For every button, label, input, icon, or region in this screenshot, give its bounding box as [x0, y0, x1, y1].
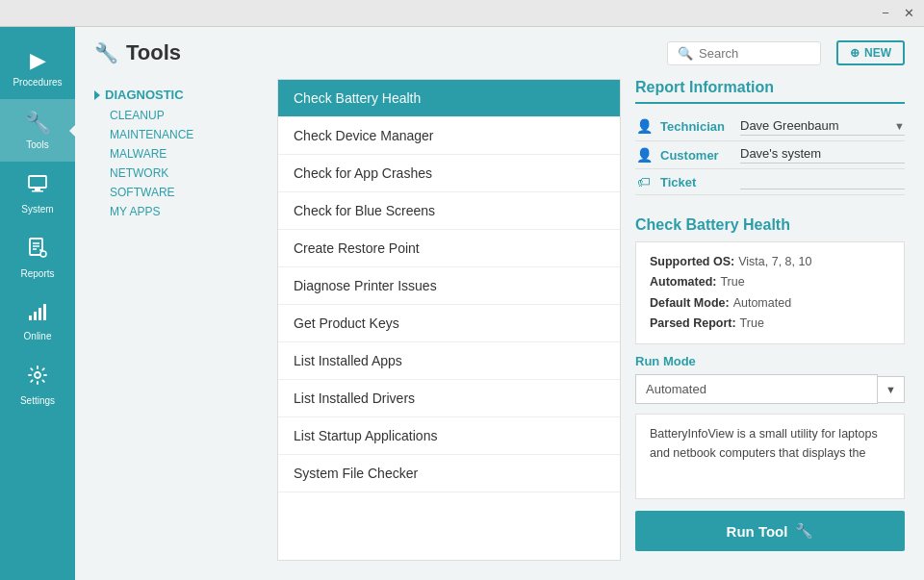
- nav-sub-item-cleanup[interactable]: CLEANUP: [94, 106, 263, 125]
- tool-item-check-device-manager[interactable]: Check Device Manager: [278, 117, 620, 155]
- mode-select-arrow-icon[interactable]: ▼: [878, 376, 905, 403]
- technician-label: Technician: [660, 119, 732, 134]
- tool-item-system-file-checker[interactable]: System File Checker: [278, 455, 620, 492]
- procedures-icon: ▶: [30, 48, 46, 73]
- sidebar-label-online: Online: [24, 331, 52, 341]
- title-bar: − ✕: [0, 0, 924, 27]
- main-panels: DIAGNOSTIC CLEANUP MAINTENANCE MALWARE N…: [75, 79, 924, 580]
- search-bar: 🔍: [667, 41, 821, 65]
- nav-sub-item-maintenance[interactable]: MAINTENANCE: [94, 125, 263, 144]
- tool-item-check-app-crashes[interactable]: Check for App Crashes: [278, 155, 620, 192]
- wrench-icon: 🔧: [94, 41, 118, 64]
- page-title: 🔧 Tools: [94, 40, 181, 65]
- sidebar-label-tools: Tools: [26, 139, 48, 150]
- sidebar-item-tools[interactable]: 🔧 Tools: [0, 99, 75, 162]
- technician-value: Dave Greenbaum: [740, 118, 894, 133]
- nav-sub-item-malware[interactable]: MALWARE: [94, 144, 263, 164]
- svg-rect-0: [29, 176, 46, 188]
- sidebar-item-system[interactable]: System: [0, 162, 75, 226]
- tool-list-container: Check Battery Health Check Device Manage…: [277, 79, 621, 561]
- tool-item-check-blue-screens[interactable]: Check for Blue Screens: [278, 192, 620, 230]
- svg-rect-1: [35, 189, 40, 190]
- ticket-icon: 🏷: [635, 174, 653, 189]
- customer-icon: 👤: [635, 147, 653, 163]
- search-icon: 🔍: [678, 46, 693, 61]
- nav-sub-item-software[interactable]: SOFTWARE: [94, 183, 263, 202]
- sidebar: ▶ Procedures 🔧 Tools System: [0, 27, 75, 580]
- sidebar-label-system: System: [21, 204, 53, 214]
- tool-item-diagnose-printer[interactable]: Diagnose Printer Issues: [278, 267, 620, 305]
- sidebar-item-online[interactable]: Online: [0, 290, 75, 353]
- top-bar: 🔧 Tools 🔍 ⊕ NEW: [75, 27, 924, 79]
- technician-icon: 👤: [635, 118, 653, 134]
- sidebar-item-procedures[interactable]: ▶ Procedures: [0, 37, 75, 99]
- default-mode-value: Automated: [733, 293, 791, 314]
- nav-section-diagnostic: DIAGNOSTIC CLEANUP MAINTENANCE MALWARE N…: [94, 84, 263, 221]
- supported-os-value: Vista, 7, 8, 10: [738, 252, 811, 272]
- parsed-report-key: Parsed Report:: [650, 314, 736, 334]
- sidebar-label-settings: Settings: [20, 395, 55, 406]
- new-icon: ⊕: [850, 46, 860, 60]
- tool-item-list-startup-apps[interactable]: List Startup Applications: [278, 417, 620, 455]
- title-bar-buttons: − ✕: [878, 6, 916, 21]
- svg-rect-11: [43, 304, 46, 320]
- run-mode-label: Run Mode: [635, 354, 905, 368]
- tool-item-list-installed-apps[interactable]: List Installed Apps: [278, 342, 620, 380]
- settings-icon: [27, 365, 48, 391]
- mode-select[interactable]: Automated Manual: [635, 374, 878, 404]
- supported-os-key: Supported OS:: [650, 252, 734, 272]
- customer-row: 👤 Customer Dave's system: [635, 141, 905, 169]
- left-nav: DIAGNOSTIC CLEANUP MAINTENANCE MALWARE N…: [94, 79, 263, 561]
- default-mode-key: Default Mode:: [650, 293, 730, 314]
- search-input[interactable]: [699, 46, 795, 61]
- page-title-text: Tools: [126, 40, 181, 65]
- svg-point-7: [40, 251, 46, 257]
- run-tool-button[interactable]: Run Tool 🔧: [635, 511, 905, 551]
- tool-detail-info: Supported OS: Vista, 7, 8, 10 Automated:…: [635, 241, 905, 344]
- sidebar-label-reports: Reports: [20, 268, 54, 279]
- tool-item-create-restore-point[interactable]: Create Restore Point: [278, 230, 620, 267]
- tool-details-title: Check Battery Health: [635, 216, 905, 234]
- right-panel: Report Information 👤 Technician Dave Gre…: [635, 79, 905, 561]
- nav-section-label-diagnostic: DIAGNOSTIC: [105, 88, 184, 102]
- sidebar-item-settings[interactable]: Settings: [0, 353, 75, 417]
- automated-key: Automated:: [650, 272, 716, 292]
- mode-select-row: Automated Manual ▼: [635, 374, 905, 404]
- run-tool-icon: 🔧: [795, 522, 813, 540]
- svg-rect-2: [32, 190, 43, 192]
- svg-rect-8: [29, 315, 32, 320]
- content-area: 🔧 Tools 🔍 ⊕ NEW DIAGNOSTIC: [75, 27, 924, 580]
- ticket-value[interactable]: [740, 174, 905, 189]
- tools-icon: 🔧: [25, 111, 51, 136]
- nav-arrow-diagnostic: [94, 90, 100, 100]
- tool-item-check-battery-health[interactable]: Check Battery Health: [278, 80, 620, 117]
- sidebar-label-procedures: Procedures: [13, 77, 62, 88]
- nav-sub-item-network[interactable]: NETWORK: [94, 164, 263, 183]
- report-info: Report Information 👤 Technician Dave Gre…: [635, 79, 905, 207]
- report-info-title: Report Information: [635, 79, 905, 104]
- app-container: ▶ Procedures 🔧 Tools System: [0, 27, 924, 580]
- svg-rect-10: [38, 308, 41, 320]
- reports-icon: [28, 238, 47, 265]
- technician-row: 👤 Technician Dave Greenbaum ▼: [635, 112, 905, 141]
- sidebar-arrow-tools: [69, 125, 75, 137]
- tool-item-list-installed-drivers[interactable]: List Installed Drivers: [278, 380, 620, 417]
- run-tool-label: Run Tool: [727, 523, 788, 540]
- technician-dropdown-arrow[interactable]: ▼: [894, 120, 905, 132]
- tool-description: BatteryInfoView is a small utility for l…: [635, 414, 905, 499]
- ticket-label: Ticket: [660, 175, 732, 189]
- tool-list: Check Battery Health Check Device Manage…: [278, 80, 620, 560]
- minimize-button[interactable]: −: [878, 6, 893, 21]
- new-button[interactable]: ⊕ NEW: [836, 40, 905, 65]
- system-icon: [27, 173, 48, 200]
- nav-section-header-diagnostic[interactable]: DIAGNOSTIC: [94, 84, 263, 106]
- customer-label: Customer: [660, 148, 732, 163]
- close-button[interactable]: ✕: [901, 6, 916, 21]
- parsed-report-value: True: [740, 314, 764, 334]
- sidebar-item-reports[interactable]: Reports: [0, 226, 75, 290]
- customer-value: Dave's system: [740, 146, 905, 164]
- tool-item-get-product-keys[interactable]: Get Product Keys: [278, 305, 620, 342]
- online-icon: [27, 302, 48, 327]
- automated-value: True: [720, 272, 744, 292]
- nav-sub-item-myapps[interactable]: MY APPS: [94, 202, 263, 221]
